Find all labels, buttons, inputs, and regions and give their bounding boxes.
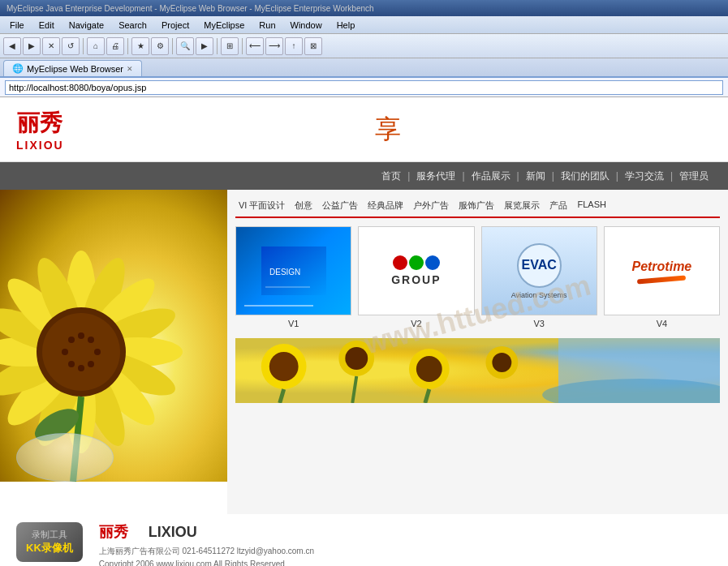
footer-brand-english: LIXIOU — [149, 524, 197, 540]
portfolio-item-v4[interactable]: Petrotime V4 — [604, 226, 720, 328]
tab-close-button[interactable]: ✕ — [127, 65, 133, 73]
cat-flash[interactable]: FLASH — [574, 198, 609, 213]
svg-point-22 — [62, 349, 68, 355]
refresh-button[interactable]: ↺ — [62, 37, 80, 55]
nav-portfolio[interactable]: 作品展示 — [468, 169, 514, 183]
evac-subtitle: Aviation Systems — [511, 291, 567, 299]
nav-admin[interactable]: 管理员 — [676, 169, 712, 183]
v1-svg: DESIGN — [261, 247, 326, 295]
menu-edit[interactable]: Edit — [32, 19, 61, 32]
petrotime-text: Petrotime — [631, 259, 691, 274]
tab-icon: 🌐 — [12, 63, 24, 74]
nav-learning[interactable]: 学习交流 — [622, 169, 667, 183]
cat-psa[interactable]: 公益广告 — [319, 198, 361, 213]
circle-green — [409, 255, 424, 270]
logo-chinese: 丽秀 — [17, 108, 62, 139]
left-panel — [0, 190, 227, 514]
cat-brand[interactable]: 经典品牌 — [364, 198, 407, 213]
portfolio-label-v1: V1 — [288, 319, 299, 328]
logo-english: LIXIOU — [16, 139, 64, 152]
portfolio-item-v1[interactable]: DESIGN V1 — [235, 226, 351, 328]
site-footer: 录制工具 KK录像机 丽秀 LIXIOU 上海丽秀广告有限公司 021-6451… — [0, 514, 728, 566]
header-enjoy-char: 享 — [375, 114, 401, 144]
menu-myeclipse[interactable]: MyEclipse — [197, 19, 251, 32]
back-button[interactable]: ◀ — [3, 37, 21, 55]
layout-button[interactable]: ⊞ — [221, 37, 239, 55]
category-tabs: VI 平面设计 创意 公益广告 经典品牌 户外广告 服饰广告 展览展示 产品 F… — [235, 198, 720, 218]
menu-project[interactable]: Project — [155, 19, 196, 32]
svg-point-32 — [269, 352, 299, 381]
evac-text-container: EVAC — [521, 258, 556, 272]
browser-titlebar: MyEclipse Java Enterprise Development - … — [0, 0, 728, 16]
evac-title: EVAC — [521, 258, 556, 272]
header-center: 享 — [64, 112, 712, 148]
cat-exhibition[interactable]: 展览展示 — [501, 198, 543, 213]
recorder-label: 录制工具 — [26, 529, 73, 541]
thumb-v2-design: GROUP — [359, 227, 473, 315]
menu-help[interactable]: Help — [330, 19, 362, 32]
portfolio-thumb-v3[interactable]: EVAC Aviation Systems — [481, 226, 597, 315]
svg-text:DESIGN: DESIGN — [269, 268, 300, 277]
menu-navigate[interactable]: Navigate — [62, 19, 110, 32]
evac-logo: EVAC — [517, 243, 562, 288]
footer-brand-chinese: 丽秀 — [99, 524, 128, 540]
svg-point-34 — [345, 347, 368, 370]
site-header: 丽秀 LIXIOU 享 — [0, 97, 728, 162]
svg-point-23 — [88, 361, 94, 367]
footer-company: 上海丽秀广告有限公司 021-64511272 ltzyid@yahoo.com… — [99, 545, 712, 558]
menu-window[interactable]: Window — [284, 19, 329, 32]
portfolio-item-v2[interactable]: GROUP V2 — [358, 226, 474, 328]
portfolio-thumb-v2[interactable]: GROUP — [358, 226, 474, 315]
svg-point-20 — [68, 337, 75, 343]
address-bar — [0, 78, 728, 97]
bookmark-button[interactable]: ★ — [131, 37, 149, 55]
cat-fashion[interactable]: 服饰广告 — [455, 198, 498, 213]
flower-image — [0, 190, 227, 482]
tab-label: MyEclipse Web Browser — [27, 64, 123, 74]
portfolio-label-v4: V4 — [657, 319, 667, 328]
thumb-v1-design: DESIGN — [236, 227, 351, 315]
right-panel: VI 平面设计 创意 公益广告 经典品牌 户外广告 服饰广告 展览展示 产品 F… — [227, 190, 728, 514]
nav-team[interactable]: 我们的团队 — [558, 169, 613, 183]
cat-outdoor[interactable]: 户外广告 — [410, 198, 452, 213]
cat-vi[interactable]: VI 平面设计 — [235, 198, 288, 213]
stop-button[interactable]: ✕ — [42, 37, 60, 55]
portfolio-label-v2: V2 — [411, 319, 421, 328]
address-input[interactable] — [5, 80, 723, 95]
nav-btn-4[interactable]: ⊠ — [304, 37, 322, 55]
toolbar-sep-2 — [127, 38, 128, 54]
zoom-button[interactable]: 🔍 — [176, 37, 194, 55]
circle-blue — [425, 255, 440, 270]
home-button[interactable]: ⌂ — [87, 37, 105, 55]
nav-news[interactable]: 新闻 — [523, 169, 549, 183]
cat-product[interactable]: 产品 — [546, 198, 571, 213]
footer-copyright: Copyright 2006 www.lixiou.com All Rights… — [99, 558, 712, 566]
forward-button[interactable]: ▶ — [23, 37, 41, 55]
browser-tab[interactable]: 🌐 MyEclipse Web Browser ✕ — [3, 60, 142, 76]
nav-home[interactable]: 首页 — [378, 169, 404, 183]
page-content: 丽秀 LIXIOU 享 首页 | 服务代理 | 作品展示 | 新闻 | 我们的团… — [0, 97, 728, 566]
browser-toolbar: ◀ ▶ ✕ ↺ ⌂ 🖨 ★ ⚙ 🔍 ▶ ⊞ ⟵ ⟶ ↑ ⊠ — [0, 34, 728, 58]
settings-button[interactable]: ⚙ — [151, 37, 169, 55]
nav-service[interactable]: 服务代理 — [413, 169, 459, 183]
menu-run[interactable]: Run — [252, 19, 282, 32]
cat-creative[interactable]: 创意 — [291, 198, 316, 213]
group-text: GROUP — [391, 273, 441, 286]
thumb-v3-design: EVAC Aviation Systems — [482, 227, 597, 315]
portfolio-thumb-v4[interactable]: Petrotime — [604, 226, 720, 315]
portfolio-thumb-v1[interactable]: DESIGN — [235, 226, 351, 315]
site-nav: 首页 | 服务代理 | 作品展示 | 新闻 | 我们的团队 | 学习交流 | 管… — [0, 162, 728, 190]
play-button[interactable]: ▶ — [196, 37, 213, 55]
svg-line-40 — [352, 376, 356, 403]
nav-btn-1[interactable]: ⟵ — [246, 37, 264, 55]
print-button[interactable]: 🖨 — [106, 37, 124, 55]
menu-search[interactable]: Search — [112, 19, 153, 32]
footer-brand: 丽秀 LIXIOU — [99, 522, 712, 542]
portfolio-item-v3[interactable]: EVAC Aviation Systems V3 — [481, 226, 597, 328]
main-body: VI 平面设计 创意 公益广告 经典品牌 户外广告 服饰广告 展览展示 产品 F… — [0, 190, 728, 514]
nav-btn-3[interactable]: ↑ — [285, 37, 303, 55]
menu-file[interactable]: File — [3, 19, 31, 32]
browser-tab-bar: 🌐 MyEclipse Web Browser ✕ — [0, 58, 728, 78]
svg-point-25 — [78, 365, 84, 371]
nav-btn-2[interactable]: ⟶ — [265, 37, 283, 55]
